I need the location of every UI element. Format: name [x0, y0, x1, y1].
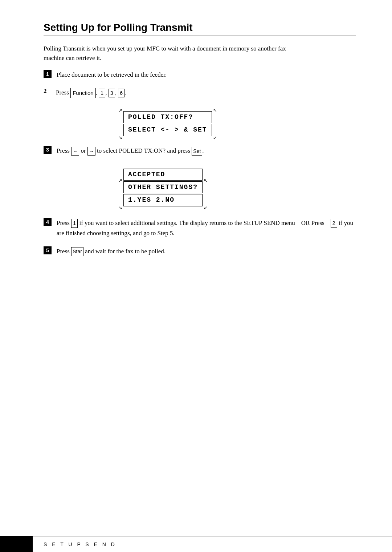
footer-black-box [0, 536, 33, 552]
step-2: 2 Press Function, 1, 3, 6. [44, 88, 356, 98]
arrow-top-left-1: ↗ [118, 108, 122, 113]
page-content: Setting Up for Polling Transmit Polling … [0, 0, 392, 293]
arrow-top-right-1: ↖ [213, 108, 217, 113]
function-key[interactable]: Function [70, 88, 96, 98]
key-3[interactable]: 3 [109, 89, 115, 97]
step-4-number: 4 [44, 218, 52, 226]
left-arrow-key[interactable]: ← [71, 147, 79, 156]
star-key[interactable]: Star [71, 247, 83, 256]
step-5-content: Press Star and wait for the fax to be po… [57, 246, 356, 256]
step-5-number: 5 [44, 246, 52, 254]
intro-paragraph: Polling Transmit is when you set up your… [44, 44, 298, 63]
step-1-content: Place document to be retrieved in the fe… [57, 70, 356, 80]
step-2-content: Press Function, 1, 3, 6. [56, 88, 356, 98]
key-6[interactable]: 6 [118, 89, 124, 97]
key-1-step4[interactable]: 1 [71, 219, 78, 228]
step-5: 5 Press Star and wait for the fax to be … [44, 246, 356, 256]
step-3-content: Press ← or → to select POLLED TX:ON? and… [57, 146, 356, 156]
arrow-top-right-2: ↖ [204, 178, 208, 184]
step-4: 4 Press 1 if you want to select addition… [44, 218, 356, 238]
page-title: Setting Up for Polling Transmit [44, 22, 356, 36]
step-1-text: Place document to be retrieved in the fe… [57, 71, 167, 78]
footer-label: S E T U P S E N D [44, 541, 117, 547]
step-1: 1 Place document to be retrieved in the … [44, 70, 356, 80]
set-key[interactable]: Set [192, 147, 202, 156]
step-4-content: Press 1 if you want to select additional… [57, 218, 356, 238]
lcd-accepted: ACCEPTED [123, 169, 203, 181]
step-3-number: 3 [44, 146, 52, 154]
arrow-bottom-left-2: ↘ [118, 205, 122, 211]
step-1-number: 1 [44, 70, 52, 78]
footer-bar: S E T U P S E N D [0, 536, 392, 552]
key-1[interactable]: 1 [99, 89, 105, 97]
lcd-line-1-row2: SELECT <- > & SET [123, 124, 212, 136]
key-2-step4[interactable]: 2 [331, 219, 337, 228]
arrow-bottom-left-1: ↘ [118, 135, 122, 141]
lcd-line-2-row1: OTHER SETTINGS? [123, 181, 203, 193]
lcd-line-2-row2: 1.YES 2.NO [123, 194, 203, 206]
steps-container: 1 Place document to be retrieved in the … [44, 70, 356, 256]
lcd-screen-1: ↗ ↘ ↖ ↙ POLLED TX:OFF? SELECT <- > & SET [123, 111, 212, 137]
right-arrow-key[interactable]: → [87, 147, 95, 156]
arrow-bottom-right-2: ↙ [204, 205, 208, 211]
arrow-top-left-2: ↗ [118, 178, 122, 184]
lcd-screen-2: ACCEPTED ↗ ↘ ↖ ↙ OTHER SETTINGS? 1.YES 2… [123, 169, 203, 207]
lcd-line-1-row1: POLLED TX:OFF? [123, 111, 212, 123]
step-3: 3 Press ← or → to select POLLED TX:ON? a… [44, 146, 356, 156]
arrow-bottom-right-1: ↙ [213, 135, 217, 141]
step-2-number: 2 [44, 88, 52, 95]
